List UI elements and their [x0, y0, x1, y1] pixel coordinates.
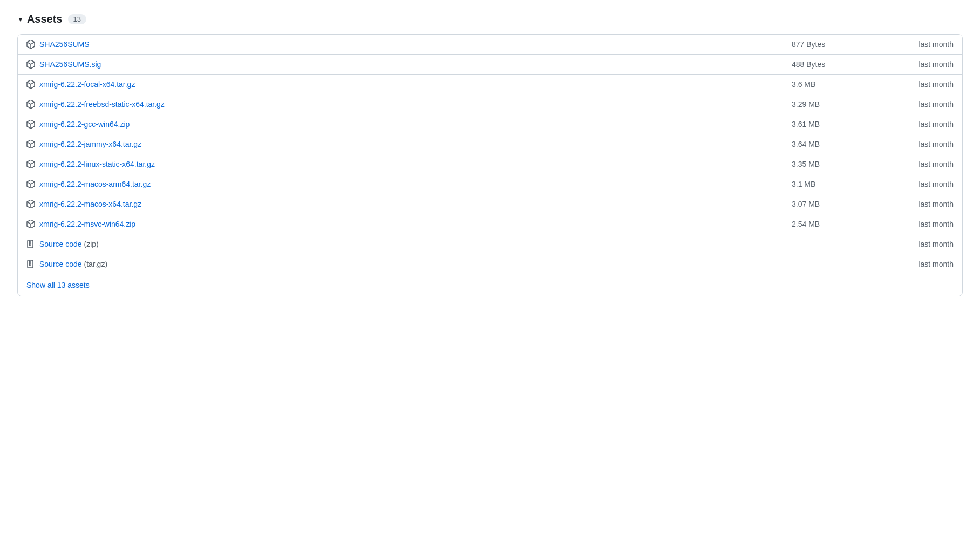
table-row: xmrig-6.22.2-msvc-win64.zip 2.54 MB last…: [18, 214, 962, 234]
asset-date: last month: [878, 80, 954, 89]
asset-name-col: xmrig-6.22.2-macos-x64.tar.gz: [26, 200, 792, 208]
table-row: Source code (tar.gz) last month: [18, 254, 962, 274]
asset-name-col: xmrig-6.22.2-macos-arm64.tar.gz: [26, 180, 792, 188]
asset-date: last month: [878, 40, 954, 49]
asset-size: 3.1 MB: [792, 180, 878, 188]
asset-size: 3.64 MB: [792, 140, 878, 148]
source-type: (tar.gz): [84, 260, 108, 268]
box-icon: [26, 200, 35, 208]
box-icon: [26, 120, 35, 129]
table-row: xmrig-6.22.2-linux-static-x64.tar.gz 3.3…: [18, 154, 962, 174]
asset-date: last month: [878, 260, 954, 268]
box-icon: [26, 180, 35, 188]
asset-size: 3.07 MB: [792, 200, 878, 208]
table-row: xmrig-6.22.2-macos-arm64.tar.gz 3.1 MB l…: [18, 174, 962, 194]
asset-name-col: xmrig-6.22.2-linux-static-x64.tar.gz: [26, 160, 792, 168]
asset-link[interactable]: Source code (zip): [39, 240, 99, 248]
assets-section: ▼ Assets 13 SHA256SUMS 877 Bytes last mo…: [17, 13, 963, 296]
asset-name-col: SHA256SUMS.sig: [26, 60, 792, 69]
assets-count-badge: 13: [68, 14, 86, 24]
asset-date: last month: [878, 60, 954, 69]
asset-name-col: Source code (tar.gz): [26, 260, 792, 268]
box-icon: [26, 40, 35, 49]
asset-link[interactable]: xmrig-6.22.2-msvc-win64.zip: [39, 220, 135, 228]
box-icon: [26, 220, 35, 228]
asset-size: 3.61 MB: [792, 120, 878, 129]
asset-date: last month: [878, 220, 954, 228]
table-row: xmrig-6.22.2-jammy-x64.tar.gz 3.64 MB la…: [18, 134, 962, 154]
asset-name-col: xmrig-6.22.2-jammy-x64.tar.gz: [26, 140, 792, 148]
table-row: SHA256SUMS.sig 488 Bytes last month: [18, 55, 962, 75]
asset-name-col: xmrig-6.22.2-freebsd-static-x64.tar.gz: [26, 100, 792, 109]
chevron-down-icon: ▼: [17, 16, 24, 23]
asset-size: 3.6 MB: [792, 80, 878, 89]
asset-name-col: xmrig-6.22.2-focal-x64.tar.gz: [26, 80, 792, 89]
asset-date: last month: [878, 100, 954, 109]
assets-header: ▼ Assets 13: [17, 13, 963, 25]
asset-date: last month: [878, 160, 954, 168]
asset-link[interactable]: xmrig-6.22.2-jammy-x64.tar.gz: [39, 140, 141, 148]
asset-size: 3.29 MB: [792, 100, 878, 109]
svg-rect-5: [29, 245, 30, 246]
asset-size: 877 Bytes: [792, 40, 878, 49]
box-icon: [26, 140, 35, 148]
table-row: xmrig-6.22.2-freebsd-static-x64.tar.gz 3…: [18, 94, 962, 114]
show-all-assets-link[interactable]: Show all 13 assets: [26, 281, 90, 289]
asset-link[interactable]: xmrig-6.22.2-macos-arm64.tar.gz: [39, 180, 151, 188]
source-type: (zip): [84, 240, 99, 248]
assets-toggle-button[interactable]: ▼ Assets: [17, 13, 63, 25]
asset-date: last month: [878, 240, 954, 248]
show-all-row: Show all 13 assets: [18, 274, 962, 296]
assets-title: Assets: [27, 13, 63, 25]
box-icon: [26, 60, 35, 69]
asset-size: 3.35 MB: [792, 160, 878, 168]
asset-link[interactable]: SHA256SUMS.sig: [39, 60, 101, 69]
asset-date: last month: [878, 120, 954, 129]
asset-date: last month: [878, 180, 954, 188]
asset-date: last month: [878, 200, 954, 208]
asset-link[interactable]: xmrig-6.22.2-macos-x64.tar.gz: [39, 200, 141, 208]
asset-link[interactable]: xmrig-6.22.2-focal-x64.tar.gz: [39, 80, 135, 89]
table-row: xmrig-6.22.2-gcc-win64.zip 3.61 MB last …: [18, 114, 962, 134]
zip-icon: [26, 260, 35, 268]
asset-size: 2.54 MB: [792, 220, 878, 228]
asset-name-col: xmrig-6.22.2-gcc-win64.zip: [26, 120, 792, 129]
zip-icon: [26, 240, 35, 248]
asset-name-col: SHA256SUMS: [26, 40, 792, 49]
box-icon: [26, 160, 35, 168]
svg-rect-11: [29, 265, 30, 266]
asset-name-col: xmrig-6.22.2-msvc-win64.zip: [26, 220, 792, 228]
table-row: xmrig-6.22.2-macos-x64.tar.gz 3.07 MB la…: [18, 194, 962, 214]
asset-size: 488 Bytes: [792, 60, 878, 69]
table-row: SHA256SUMS 877 Bytes last month: [18, 35, 962, 55]
assets-table: SHA256SUMS 877 Bytes last month SHA256SU…: [17, 34, 963, 296]
asset-link[interactable]: xmrig-6.22.2-freebsd-static-x64.tar.gz: [39, 100, 165, 109]
asset-name-col: Source code (zip): [26, 240, 792, 248]
box-icon: [26, 100, 35, 109]
asset-link[interactable]: SHA256SUMS: [39, 40, 90, 49]
table-row: Source code (zip) last month: [18, 234, 962, 254]
asset-link[interactable]: xmrig-6.22.2-linux-static-x64.tar.gz: [39, 160, 155, 168]
asset-link[interactable]: Source code (tar.gz): [39, 260, 107, 268]
asset-date: last month: [878, 140, 954, 148]
table-row: xmrig-6.22.2-focal-x64.tar.gz 3.6 MB las…: [18, 75, 962, 94]
asset-link[interactable]: xmrig-6.22.2-gcc-win64.zip: [39, 120, 130, 129]
box-icon: [26, 80, 35, 89]
